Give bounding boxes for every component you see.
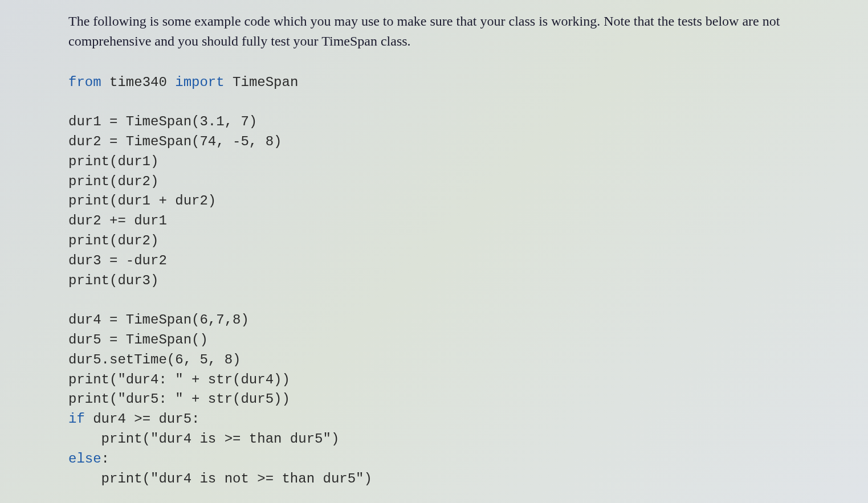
keyword-import: import xyxy=(175,75,224,90)
intro-line-1: The following is some example code which… xyxy=(68,14,600,28)
code-line-settime: dur5.setTime(6, 5, 8) xyxy=(68,352,241,367)
module-name: time340 xyxy=(109,75,167,90)
code-block: from time340 import TimeSpan dur1 = Time… xyxy=(68,73,834,489)
code-line-dur2: dur2 = TimeSpan(74, -5, 8) xyxy=(68,134,282,149)
code-line-dur1: dur1 = TimeSpan(3.1, 7) xyxy=(68,114,257,129)
code-line-print-dur2b: print(dur2) xyxy=(68,233,158,248)
code-line-dur3: dur3 = -dur2 xyxy=(68,253,167,268)
code-line-print-dur2: print(dur2) xyxy=(68,174,158,189)
code-line-iadd: dur2 += dur1 xyxy=(68,213,167,228)
if-condition: dur4 >= dur5: xyxy=(85,411,200,427)
keyword-else: else xyxy=(68,451,101,467)
else-colon: : xyxy=(101,451,109,467)
code-line-else-body: print("dur4 is not >= than dur5") xyxy=(68,471,372,486)
import-name: TimeSpan xyxy=(233,75,298,90)
code-line-print-sum: print(dur1 + dur2) xyxy=(68,193,216,208)
code-line-print-dur4: print("dur4: " + str(dur4)) xyxy=(68,372,290,387)
code-line-dur4: dur4 = TimeSpan(6,7,8) xyxy=(68,312,249,328)
code-line-dur5: dur5 = TimeSpan() xyxy=(68,332,208,347)
code-line-if-body: print("dur4 is >= than dur5") xyxy=(68,431,339,447)
code-line-print-dur1: print(dur1) xyxy=(68,154,158,169)
intro-paragraph: The following is some example code which… xyxy=(68,11,834,51)
code-line-print-dur5: print("dur5: " + str(dur5)) xyxy=(68,391,290,407)
keyword-from: from xyxy=(68,75,101,90)
code-line-print-dur3: print(dur3) xyxy=(68,273,158,288)
keyword-if: if xyxy=(68,411,85,427)
